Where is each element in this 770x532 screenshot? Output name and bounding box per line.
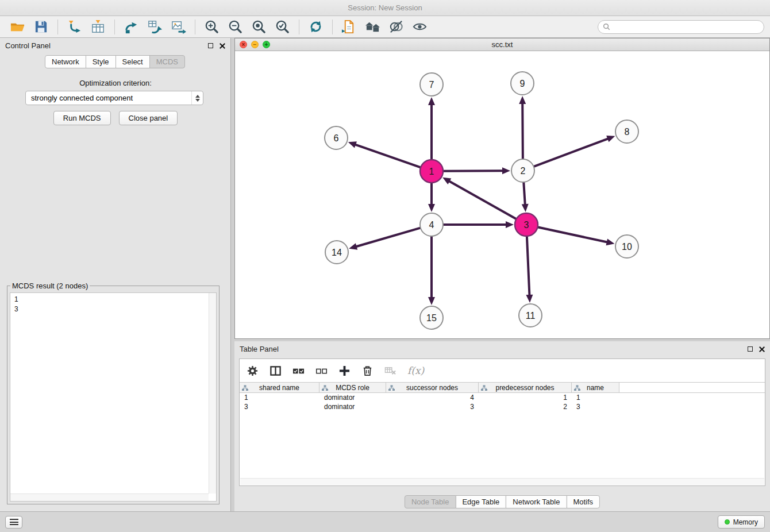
table-panel-title: Table Panel xyxy=(240,345,279,353)
result-vertical-scrollbar[interactable] xyxy=(209,293,216,494)
tab-mcds[interactable]: MCDS xyxy=(149,55,185,68)
network-table-icon[interactable] xyxy=(147,19,163,34)
import-network-icon[interactable] xyxy=(67,19,82,34)
run-mcds-button[interactable]: Run MCDS xyxy=(53,111,111,125)
close-panel-icon[interactable] xyxy=(219,43,225,49)
select-all-columns-icon[interactable] xyxy=(292,365,305,377)
svg-text:6: 6 xyxy=(334,133,339,143)
open-session-icon[interactable] xyxy=(10,19,25,34)
edge-1-6[interactable] xyxy=(348,141,420,167)
zoom-selected-icon[interactable] xyxy=(275,19,290,34)
result-horizontal-scrollbar[interactable] xyxy=(10,494,209,501)
edge-2-9[interactable] xyxy=(519,96,526,159)
edge-4-3[interactable] xyxy=(444,221,514,228)
zoom-in-icon[interactable] xyxy=(204,19,220,34)
column-header-name[interactable]: name xyxy=(572,383,619,392)
column-header-shared-name[interactable]: shared name xyxy=(240,383,319,392)
tab-network[interactable]: Network xyxy=(45,55,86,68)
network-window-title: scc.txt xyxy=(492,40,513,49)
column-header-MCDS-role[interactable]: MCDS role xyxy=(319,383,386,392)
toolbar-separator xyxy=(57,20,58,34)
tab-style[interactable]: Style xyxy=(86,55,116,68)
node-6[interactable]: 6 xyxy=(325,126,348,149)
edge-3-1[interactable] xyxy=(442,178,516,219)
svg-text:1: 1 xyxy=(429,167,434,176)
search-input[interactable] xyxy=(610,22,759,32)
table-row[interactable]: 3dominator323 xyxy=(240,402,765,411)
table-cell: 3 xyxy=(572,403,619,411)
edge-2-8[interactable] xyxy=(534,136,615,167)
node-15[interactable]: 15 xyxy=(420,306,443,329)
table-panel: Table Panel f(x) shared nameMCDS rolesuc… xyxy=(234,341,770,511)
add-column-icon[interactable] xyxy=(338,365,351,377)
table-horizontal-scrollbar[interactable] xyxy=(240,478,764,485)
float-table-panel-icon[interactable] xyxy=(748,346,753,352)
edge-1-7[interactable] xyxy=(428,97,435,159)
edge-4-15[interactable] xyxy=(428,237,435,305)
network-view-window: scc.txt 7968124314101511 xyxy=(234,38,770,339)
node-3[interactable]: 3 xyxy=(515,213,538,236)
edge-3-11[interactable] xyxy=(526,237,533,303)
network-canvas[interactable]: 7968124314101511 xyxy=(235,51,769,338)
table-row[interactable]: 1dominator411 xyxy=(240,393,765,402)
edge-4-14[interactable] xyxy=(349,228,420,250)
edge-2-3[interactable] xyxy=(522,183,529,212)
node-1[interactable]: 1 xyxy=(420,160,443,183)
svg-text:15: 15 xyxy=(426,313,437,323)
tab-motifs[interactable]: Motifs xyxy=(566,495,600,508)
float-panel-icon[interactable] xyxy=(208,43,213,48)
optimization-criterion-select[interactable]: strongly connected component xyxy=(25,91,203,105)
function-builder-icon: f(x) xyxy=(407,365,424,376)
style-venn-icon[interactable] xyxy=(388,19,404,34)
table-cell: 2 xyxy=(479,403,572,411)
copy-document-icon[interactable] xyxy=(341,19,357,34)
tab-select[interactable]: Select xyxy=(116,55,150,68)
show-columns-icon[interactable] xyxy=(270,365,282,377)
control-panel-title: Control Panel xyxy=(5,41,51,50)
window-minimize-icon[interactable] xyxy=(251,41,259,48)
tab-node-table[interactable]: Node Table xyxy=(405,495,456,508)
control-panel-header: Control Panel xyxy=(0,38,230,53)
node-14[interactable]: 14 xyxy=(325,241,348,264)
zoom-fit-icon[interactable] xyxy=(251,19,267,34)
main-toolbar xyxy=(0,16,770,38)
toolbar-separator xyxy=(332,20,333,34)
sort-icon xyxy=(388,385,395,391)
home-layout-icon[interactable] xyxy=(365,19,380,34)
memory-label: Memory xyxy=(733,518,758,526)
close-panel-button[interactable]: Close panel xyxy=(119,111,178,125)
refresh-view-icon[interactable] xyxy=(308,19,324,34)
svg-text:4: 4 xyxy=(429,220,434,230)
task-history-button[interactable] xyxy=(5,516,22,529)
node-11[interactable]: 11 xyxy=(519,304,542,327)
edge-3-10[interactable] xyxy=(538,227,615,245)
node-8[interactable]: 8 xyxy=(615,120,638,143)
edge-1-2[interactable] xyxy=(444,167,510,174)
svg-text:3: 3 xyxy=(524,220,529,230)
zoom-out-icon[interactable] xyxy=(228,19,243,34)
delete-column-trash-icon[interactable] xyxy=(361,365,374,377)
close-table-panel-icon[interactable] xyxy=(759,346,765,352)
window-close-icon[interactable] xyxy=(240,41,247,48)
node-7[interactable]: 7 xyxy=(420,73,443,96)
table-cell: 3 xyxy=(240,403,319,411)
node-9[interactable]: 9 xyxy=(511,72,534,95)
table-settings-gear-icon[interactable] xyxy=(247,365,259,377)
export-image-icon[interactable] xyxy=(171,19,186,34)
column-header-successor-nodes[interactable]: successor nodes xyxy=(386,383,479,392)
tab-edge-table[interactable]: Edge Table xyxy=(455,495,506,508)
memory-button[interactable]: Memory xyxy=(718,515,765,529)
import-table-icon[interactable] xyxy=(90,19,106,34)
deselect-all-columns-icon[interactable] xyxy=(315,365,328,377)
edge-1-4[interactable] xyxy=(428,183,435,212)
node-4[interactable]: 4 xyxy=(420,213,443,236)
new-network-icon[interactable] xyxy=(124,19,139,34)
window-maximize-icon[interactable] xyxy=(263,41,270,48)
node-2[interactable]: 2 xyxy=(511,159,534,182)
tab-network-table[interactable]: Network Table xyxy=(506,495,567,508)
column-header-predecessor-nodes[interactable]: predecessor nodes xyxy=(479,383,572,392)
save-session-icon[interactable] xyxy=(33,19,49,34)
select-value: strongly connected component xyxy=(31,94,133,102)
show-graphics-icon[interactable] xyxy=(412,19,428,34)
node-10[interactable]: 10 xyxy=(615,235,638,258)
